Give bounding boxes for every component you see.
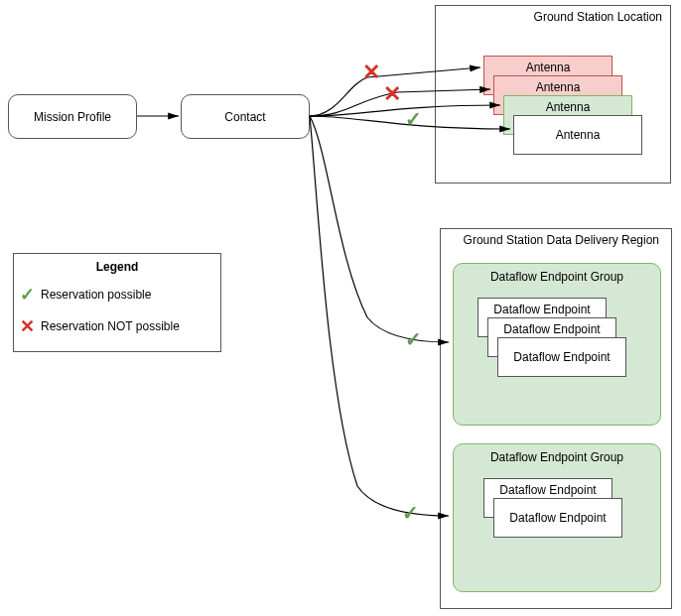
- dataflow-endpoint-1a-label: Dataflow Endpoint: [493, 303, 590, 316]
- contact-label: Contact: [224, 110, 265, 124]
- cross-icon: ✕: [20, 315, 35, 337]
- mission-profile-node: Mission Profile: [8, 94, 137, 139]
- check-icon: ✓: [405, 107, 422, 131]
- data-delivery-region-title: Ground Station Data Delivery Region: [464, 233, 659, 247]
- ground-station-location-container: Ground Station Location Antenna Antenna …: [435, 5, 671, 184]
- check-icon: ✓: [20, 284, 35, 306]
- dataflow-endpoint-1c-label: Dataflow Endpoint: [513, 350, 610, 364]
- antenna-4-label: Antenna: [556, 128, 601, 142]
- dataflow-endpoint-1b-label: Dataflow Endpoint: [503, 322, 600, 336]
- dataflow-endpoint-1c: Dataflow Endpoint: [497, 337, 626, 377]
- dataflow-endpoint-group-1: Dataflow Endpoint Group Dataflow Endpoin…: [453, 263, 661, 426]
- legend-possible-text: Reservation possible: [41, 288, 151, 302]
- data-delivery-region-container: Ground Station Data Delivery Region Data…: [440, 228, 672, 609]
- antenna-1-label: Antenna: [526, 61, 571, 74]
- dataflow-endpoint-2a-label: Dataflow Endpoint: [499, 483, 596, 497]
- legend-not-possible-text: Reservation NOT possible: [41, 319, 180, 333]
- dataflow-endpoint-group-2: Dataflow Endpoint Group Dataflow Endpoin…: [453, 443, 661, 592]
- check-icon: ✓: [402, 501, 419, 525]
- contact-node: Contact: [181, 94, 310, 139]
- mission-profile-label: Mission Profile: [34, 110, 111, 124]
- ground-station-location-title: Ground Station Location: [534, 10, 662, 24]
- legend-box: Legend ✓ Reservation possible ✕ Reservat…: [13, 253, 221, 352]
- dataflow-endpoint-group-1-title: Dataflow Endpoint Group: [454, 270, 660, 284]
- dataflow-endpoint-group-2-title: Dataflow Endpoint Group: [454, 450, 660, 464]
- legend-title: Legend: [20, 260, 214, 274]
- dataflow-endpoint-2b-label: Dataflow Endpoint: [509, 511, 606, 525]
- antenna-2-label: Antenna: [536, 80, 581, 94]
- check-icon: ✓: [405, 327, 422, 351]
- dataflow-endpoint-2b: Dataflow Endpoint: [493, 498, 622, 538]
- antenna-4: Antenna: [513, 115, 642, 155]
- cross-icon: ✕: [362, 60, 380, 85]
- cross-icon: ✕: [383, 81, 401, 107]
- antenna-3-label: Antenna: [546, 100, 591, 114]
